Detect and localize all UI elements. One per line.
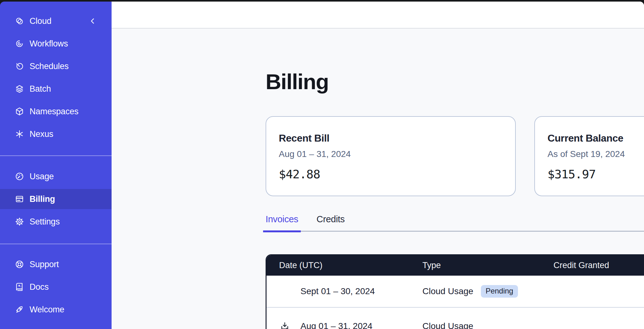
column-header-type: Type [410,261,541,270]
current-balance-card: Current Balance As of Sept 19, 2024 $315… [534,116,644,196]
invoice-type: Cloud Usage [422,286,473,296]
collapse-sidebar-icon[interactable] [88,16,97,26]
invoice-date: Aug 01 – 31, 2024 [300,321,372,329]
table-row: Sept 01 – 30, 2024 Cloud Usage Pending [267,276,644,307]
card-date-range: Aug 01 – 31, 2024 [279,149,503,159]
page-title: Billing [266,70,644,94]
schedules-icon [15,62,24,71]
support-lifebuoy-icon [15,260,24,269]
billing-tabs: Invoices Credits [266,213,644,232]
sidebar-item-workflows[interactable]: Workflows [0,34,112,54]
sidebar-item-label: Support [30,260,59,269]
sidebar-item-label: Docs [30,282,49,292]
card-title: Recent Bill [279,132,503,144]
sidebar-item-label: Schedules [30,62,69,71]
nexus-asterisk-icon [15,129,24,139]
settings-gear-icon [15,217,24,226]
batch-layers-icon [15,84,24,94]
invoices-table: Date (UTC) Type Credit Granted Sept 01 –… [266,254,644,329]
tab-invoices[interactable]: Invoices [263,213,301,232]
card-amount: $315.97 [548,167,644,181]
namespaces-cube-icon [15,107,24,116]
card-title: Current Balance [548,132,644,144]
summary-cards: Recent Bill Aug 01 – 31, 2024 $42.88 Cur… [266,116,644,196]
workflows-icon [15,39,24,48]
sidebar-divider [0,155,112,156]
card-as-of-date: As of Sept 19, 2024 [548,149,644,159]
invoice-date: Sept 01 – 30, 2024 [300,286,375,296]
top-bar [112,2,644,29]
sidebar-item-schedules[interactable]: Schedules [0,56,112,76]
status-badge: Pending [481,285,518,298]
sidebar-item-docs[interactable]: Docs [0,277,112,297]
docs-book-icon [15,282,24,292]
main-area: Billing Recent Bill Aug 01 – 31, 2024 $4… [112,2,644,329]
sidebar-item-label: Billing [30,194,55,204]
table-header-row: Date (UTC) Type Credit Granted [267,255,644,276]
sidebar-item-label: Nexus [30,129,53,139]
sidebar-item-batch[interactable]: Batch [0,79,112,99]
date-cell: Aug 01 – 31, 2024 [267,321,410,329]
brand-label: Cloud [30,16,52,26]
tab-credits[interactable]: Credits [314,213,347,232]
sidebar-item-label: Namespaces [30,107,79,116]
sidebar: Cloud Workflows Schedules Batch [0,2,112,329]
sidebar-item-billing[interactable]: Billing [0,189,112,209]
column-header-date: Date (UTC) [267,261,410,270]
temporal-logo-icon [15,16,24,26]
download-invoice-icon[interactable] [279,321,290,329]
recent-bill-card: Recent Bill Aug 01 – 31, 2024 $42.88 [266,116,516,196]
usage-gauge-icon [15,172,24,181]
app-window: Cloud Workflows Schedules Batch [0,0,644,329]
invoice-type: Cloud Usage [422,321,473,329]
card-amount: $42.88 [279,167,503,181]
sidebar-item-label: Workflows [30,39,68,49]
sidebar-item-settings[interactable]: Settings [0,212,112,232]
sidebar-item-label: Usage [30,172,54,181]
billing-card-icon [15,194,24,204]
sidebar-brand-cloud[interactable]: Cloud [0,11,112,31]
sidebar-item-support[interactable]: Support [0,254,112,274]
sidebar-item-label: Welcome [30,305,64,315]
sidebar-item-usage[interactable]: Usage [0,166,112,186]
sidebar-item-nexus[interactable]: Nexus [0,124,112,144]
sidebar-item-label: Batch [30,84,51,94]
empty-icon-slot [279,286,290,297]
date-cell: Sept 01 – 30, 2024 [267,286,410,297]
type-cell: Cloud Usage Pending [410,285,541,298]
sidebar-item-welcome[interactable]: Welcome [0,299,112,320]
column-header-credit-granted: Credit Granted [541,261,644,270]
welcome-rocket-icon [15,305,24,314]
table-row: Aug 01 – 31, 2024 Cloud Usage [267,307,644,329]
sidebar-divider [0,244,112,244]
sidebar-item-namespaces[interactable]: Namespaces [0,101,112,121]
sidebar-item-label: Settings [30,217,60,227]
type-cell: Cloud Usage [410,321,541,329]
billing-content: Billing Recent Bill Aug 01 – 31, 2024 $4… [266,30,644,329]
